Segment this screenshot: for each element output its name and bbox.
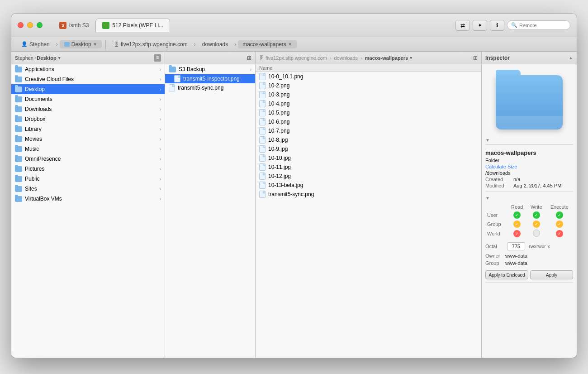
list-item[interactable]: transmit5-inspector.png — [165, 74, 255, 83]
list-item[interactable]: VirtualBox VMs › — [11, 194, 165, 204]
list-item[interactable]: 10-5.png — [256, 108, 481, 117]
perm-group-execute[interactable]: ✓ — [546, 220, 573, 229]
list-item[interactable]: 10-6.png — [256, 117, 481, 126]
perm-world-read[interactable]: ✓ — [507, 229, 527, 239]
list-item[interactable]: Public › — [11, 174, 165, 184]
list-item[interactable]: 10-11.jpg — [256, 163, 481, 172]
tab-ismh[interactable]: S ismh S3 — [52, 19, 95, 32]
column-view-btn[interactable]: ☰ — [154, 54, 161, 62]
info-button[interactable]: ℹ — [490, 20, 504, 31]
list-item[interactable]: Creative Cloud Files › — [11, 74, 165, 84]
file-name: 10-11.jpg — [268, 164, 478, 170]
chevron-right-icon: › — [160, 167, 161, 172]
chevron-down-icon-1: ▼ — [93, 42, 97, 47]
sync-button[interactable]: ⇄ — [455, 20, 470, 31]
file-name: VirtualBox VMs — [25, 196, 157, 202]
perm-user-execute[interactable]: ✓ — [546, 211, 573, 220]
list-item[interactable]: Movies › — [11, 134, 165, 144]
breadcrumb-remote-file[interactable]: 🗄 five12px.sftp.wpengine.com — [109, 40, 192, 48]
check-yellow-icon: ✓ — [556, 221, 563, 228]
file-name: 10-4.png — [268, 101, 478, 107]
perm-col-entity — [485, 203, 507, 211]
list-item[interactable]: OmniPresence › — [11, 154, 165, 164]
folder-icon — [15, 86, 22, 92]
breadcrumb-macos-wallpapers[interactable]: macos-wallpapers ▼ — [238, 40, 297, 48]
main-content: Stephen › Desktop ▼ ☰ — [11, 52, 577, 358]
list-item[interactable]: 10-4.png — [256, 99, 481, 108]
table-row: User ✓ ✓ ✓ — [485, 211, 573, 220]
chevron-divider-2: › — [194, 41, 196, 48]
perm-group-read[interactable]: ✓ — [507, 220, 527, 229]
list-item[interactable]: transmit5-sync.png — [165, 83, 255, 92]
octal-label: Octal — [485, 244, 503, 249]
left-panel: Stephen › Desktop ▼ ☰ — [11, 52, 165, 358]
list-item[interactable]: 10-13-beta.jpg — [256, 181, 481, 190]
list-item[interactable]: Dropbox › — [11, 114, 165, 124]
inspector-permissions-section: ▼ Read Write Execute — [485, 192, 573, 283]
breadcrumb-downloads[interactable]: downloads — [198, 40, 232, 48]
maximize-button[interactable] — [37, 22, 43, 28]
perm-world-write[interactable] — [527, 229, 546, 239]
list-item[interactable]: Sites › — [11, 184, 165, 194]
list-item[interactable]: Documents › — [11, 94, 165, 104]
list-item[interactable]: Music › — [11, 144, 165, 154]
check-red-icon: ✓ — [513, 230, 521, 237]
perm-world-execute[interactable]: ✓ — [546, 229, 573, 239]
group-label: Group — [485, 260, 503, 266]
breadcrumb-bar: 👤 Stephen › Desktop ▼ 🗄 five12px.sftp.wp… — [11, 37, 577, 52]
tab-512pixels[interactable]: 🌿 512 Pixels (WPE Li... — [95, 19, 170, 32]
tabs-container: S ismh S3 🌿 512 Pixels (WPE Li... — [49, 19, 449, 32]
list-item[interactable]: Desktop › — [11, 84, 165, 94]
list-item[interactable]: Pictures › — [11, 164, 165, 174]
list-item[interactable]: 10-2.png — [256, 81, 481, 90]
check-red-icon: ✓ — [556, 230, 563, 237]
list-item[interactable]: 10-10.jpg — [256, 153, 481, 163]
collapse-chevron-icon: ▲ — [569, 55, 573, 60]
list-item[interactable]: transmit5-sync.png — [256, 190, 481, 199]
list-item[interactable]: 10-9.jpg — [256, 144, 481, 153]
table-row: Group ✓ ✓ ✓ — [485, 220, 573, 229]
list-item[interactable]: 10-7.png — [256, 126, 481, 135]
list-item[interactable]: 10-3.png — [256, 90, 481, 99]
calculate-size-link[interactable]: Calculate Size — [485, 164, 517, 169]
close-button[interactable] — [18, 22, 24, 28]
perm-user-label: User — [485, 211, 507, 220]
apply-buttons: Apply to Enclosed Apply — [485, 270, 573, 279]
breadcrumb-stephen[interactable]: 👤 Stephen — [17, 40, 54, 48]
window-controls — [11, 22, 49, 28]
list-item[interactable]: Downloads › — [11, 104, 165, 114]
list-item[interactable]: Library › — [11, 124, 165, 134]
octal-perms-text: rwxrwxr-x — [529, 244, 550, 249]
remote-file-list: 10-0_10.1.png 10-2.png 10-3.png 10-4.png… — [256, 72, 481, 358]
octal-input[interactable] — [507, 242, 525, 250]
breadcrumb-desktop[interactable]: Desktop ▼ — [60, 40, 102, 48]
list-item[interactable]: 10-12.jpg — [256, 172, 481, 181]
plugins-button[interactable]: ✦ — [473, 20, 487, 31]
minimize-button[interactable] — [27, 22, 33, 28]
perm-group-write[interactable]: ✓ — [527, 220, 546, 229]
folder-preview — [485, 68, 573, 137]
desktop-file-list: S3 Backup › transmit5-inspector.png tran… — [165, 64, 255, 358]
apply-button[interactable]: Apply — [530, 270, 573, 279]
apply-to-enclosed-button[interactable]: Apply to Enclosed — [485, 270, 528, 279]
check-green-icon: ✓ — [533, 211, 540, 219]
remote-current-path[interactable]: macos-wallpapers ▼ — [365, 55, 413, 61]
file-name: transmit5-sync.png — [178, 85, 251, 91]
search-input[interactable] — [519, 23, 566, 28]
file-name: 10-7.png — [268, 128, 478, 134]
desktop-path-label: Desktop ▼ — [37, 55, 61, 61]
folder-icon-small-1 — [64, 42, 70, 47]
local-column-header: Stephen › Desktop ▼ ☰ — [11, 52, 165, 64]
list-item[interactable]: 10-8.jpg — [256, 135, 481, 144]
list-item[interactable]: 10-0_10.1.png — [256, 72, 481, 81]
list-item[interactable]: S3 Backup › — [165, 64, 255, 74]
ismh-icon: S — [59, 22, 66, 29]
file-name: 10-2.png — [268, 82, 478, 89]
info-icon: ℹ — [496, 22, 498, 29]
perm-user-read[interactable]: ✓ — [507, 211, 527, 220]
middle-panel: 🗄 five12px.sftp.wpengine.com › downloads… — [256, 52, 482, 358]
file-name: 10-0_10.1.png — [268, 73, 478, 80]
permissions-section-header[interactable]: ▼ — [485, 195, 573, 201]
list-item[interactable]: Applications › — [11, 64, 165, 74]
perm-user-write[interactable]: ✓ — [527, 211, 546, 220]
